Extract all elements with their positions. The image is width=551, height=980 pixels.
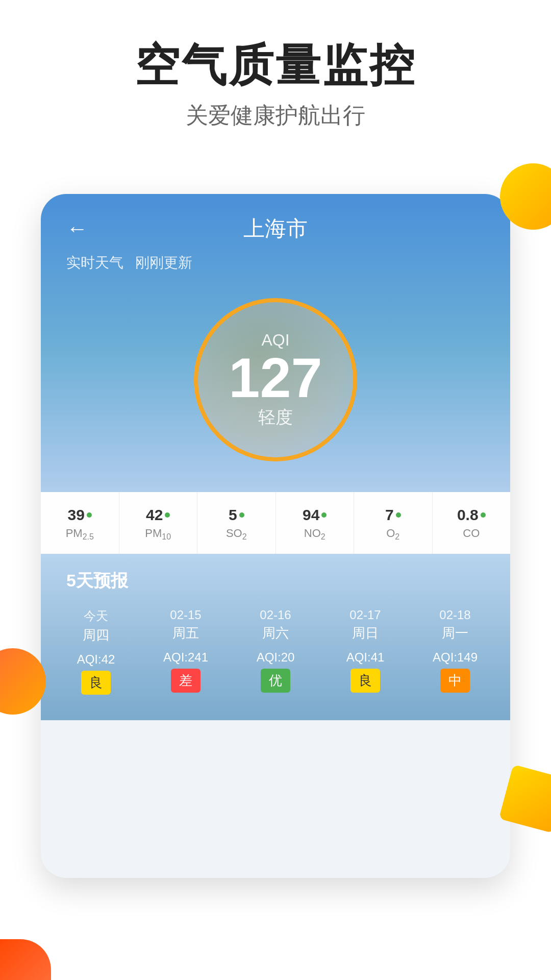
pollutant-item: 5SO2: [197, 492, 276, 554]
pollutant-name: PM2.5: [46, 527, 114, 542]
pollutant-value: 42: [146, 506, 163, 524]
forecast-badge: 良: [81, 671, 111, 695]
header-section: 空气质量监控 关爱健康护航出行: [0, 0, 551, 151]
weather-label: 实时天气: [66, 255, 123, 271]
pollutant-dot: [165, 512, 170, 518]
sub-title: 关爱健康护航出行: [31, 101, 520, 131]
pollutant-value: 0.8: [457, 506, 479, 524]
forecast-badge: 良: [350, 669, 380, 693]
pollutant-item: 42PM10: [119, 492, 198, 554]
pollutant-dot: [239, 512, 244, 518]
decorative-blob-bottom-left: [0, 648, 46, 715]
weather-subtitle: 实时天气 刚刚更新: [41, 253, 510, 283]
forecast-badge: 差: [171, 669, 201, 693]
sky-section: ← 上海市 实时天气 刚刚更新 AQI 127 轻度: [41, 194, 510, 492]
aqi-info: AQI 127 轻度: [229, 331, 322, 429]
phone-card: ← 上海市 实时天气 刚刚更新 AQI 127 轻度 39PM2.542PM10…: [41, 194, 510, 878]
pollutants-section: 39PM2.542PM105SO294NO27O20.8CO: [41, 492, 510, 554]
pollutant-name: PM10: [124, 527, 192, 542]
pollutant-name: O2: [359, 527, 427, 542]
aqi-circle: AQI 127 轻度: [194, 298, 357, 461]
pollutant-item: 0.8CO: [433, 492, 511, 554]
forecast-aqi-text: AQI:241: [143, 650, 228, 665]
pollutant-item: 39PM2.5: [41, 492, 119, 554]
forecast-aqi-text: AQI:42: [54, 652, 138, 667]
main-title: 空气质量监控: [31, 41, 520, 90]
aqi-circle-wrapper: AQI 127 轻度: [41, 283, 510, 492]
pollutant-item: 7O2: [354, 492, 433, 554]
pollutant-item: 94NO2: [276, 492, 355, 554]
forecast-col: 今天周四AQI:42良: [51, 603, 141, 700]
pollutant-value: 7: [385, 506, 394, 524]
forecast-col: 02-18周一AQI:149中: [410, 603, 500, 700]
aqi-value: 127: [229, 350, 322, 406]
pollutant-value: 5: [229, 506, 237, 524]
update-label: 刚刚更新: [135, 255, 192, 271]
forecast-col: 02-17周日AQI:41良: [320, 603, 410, 700]
top-nav: ← 上海市: [41, 194, 510, 253]
forecast-col: 02-15周五AQI:241差: [141, 603, 231, 700]
forecast-header: 5天预报: [41, 554, 510, 603]
forecast-aqi-text: AQI:149: [413, 650, 497, 665]
forecast-date: 今天: [54, 608, 138, 624]
forecast-date: 02-16: [233, 608, 318, 622]
forecast-date: 02-15: [143, 608, 228, 622]
forecast-day: 周六: [233, 624, 318, 642]
forecast-day: 周日: [323, 624, 408, 642]
forecast-table: 今天周四AQI:42良02-15周五AQI:241差02-16周六AQI:20优…: [41, 603, 510, 720]
forecast-day: 周一: [413, 624, 497, 642]
back-button[interactable]: ←: [66, 216, 88, 241]
pollutant-value: 94: [303, 506, 319, 524]
pollutant-value: 39: [68, 506, 85, 524]
pollutant-dot: [481, 512, 486, 518]
pollutant-dot: [87, 512, 92, 518]
forecast-section: 5天预报 今天周四AQI:42良02-15周五AQI:241差02-16周六AQ…: [41, 554, 510, 720]
forecast-day: 周五: [143, 624, 228, 642]
forecast-aqi-text: AQI:20: [233, 650, 318, 665]
forecast-badge: 优: [261, 669, 290, 693]
pollutant-dot: [321, 512, 327, 518]
forecast-date: 02-18: [413, 608, 497, 622]
decorative-blob-bottom-red: [0, 939, 51, 980]
city-name: 上海市: [243, 214, 308, 243]
pollutant-name: SO2: [203, 527, 270, 542]
forecast-col: 02-16周六AQI:20优: [231, 603, 320, 700]
forecast-aqi-text: AQI:41: [323, 650, 408, 665]
forecast-date: 02-17: [323, 608, 408, 622]
pollutant-name: CO: [438, 527, 506, 540]
pollutant-name: NO2: [281, 527, 349, 542]
forecast-badge: 中: [440, 669, 470, 693]
forecast-day: 周四: [54, 626, 138, 644]
aqi-level: 轻度: [229, 406, 322, 429]
pollutant-dot: [396, 512, 401, 518]
